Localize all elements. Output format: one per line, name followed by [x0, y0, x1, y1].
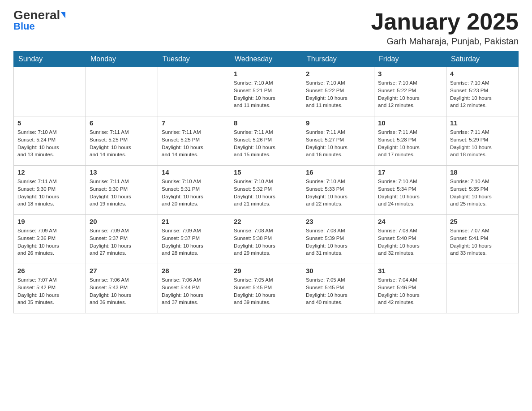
calendar-day-cell: 15Sunrise: 7:10 AMSunset: 5:32 PMDayligh… [230, 166, 302, 215]
day-info: Sunrise: 7:11 AMSunset: 5:27 PMDaylight:… [306, 128, 370, 158]
calendar-header-wednesday: Wednesday [230, 51, 302, 67]
calendar-day-cell: 7Sunrise: 7:11 AMSunset: 5:25 PMDaylight… [158, 116, 230, 166]
calendar-day-cell: 6Sunrise: 7:11 AMSunset: 5:25 PMDaylight… [86, 116, 158, 166]
day-info: Sunrise: 7:10 AMSunset: 5:32 PMDaylight:… [234, 178, 298, 208]
calendar-day-cell: 22Sunrise: 7:08 AMSunset: 5:38 PMDayligh… [230, 215, 302, 264]
day-number: 26 [17, 267, 82, 274]
calendar-day-cell: 21Sunrise: 7:09 AMSunset: 5:37 PMDayligh… [158, 215, 230, 264]
day-info: Sunrise: 7:10 AMSunset: 5:22 PMDaylight:… [306, 79, 370, 109]
day-number: 10 [378, 119, 442, 127]
calendar-day-cell: 16Sunrise: 7:10 AMSunset: 5:33 PMDayligh… [302, 166, 374, 215]
calendar-day-cell: 24Sunrise: 7:08 AMSunset: 5:40 PMDayligh… [374, 215, 446, 264]
calendar-day-cell [158, 67, 230, 116]
day-number: 20 [90, 218, 154, 225]
calendar-header-thursday: Thursday [302, 51, 374, 67]
calendar-week-row: 26Sunrise: 7:07 AMSunset: 5:42 PMDayligh… [14, 264, 519, 313]
day-info: Sunrise: 7:10 AMSunset: 5:21 PMDaylight:… [234, 79, 298, 109]
day-info: Sunrise: 7:09 AMSunset: 5:36 PMDaylight:… [17, 227, 82, 257]
calendar-day-cell: 4Sunrise: 7:10 AMSunset: 5:23 PMDaylight… [446, 67, 519, 116]
calendar-day-cell: 17Sunrise: 7:10 AMSunset: 5:34 PMDayligh… [374, 166, 446, 215]
day-info: Sunrise: 7:10 AMSunset: 5:33 PMDaylight:… [306, 178, 370, 208]
month-title: January 2025 [371, 9, 519, 34]
day-number: 1 [234, 70, 298, 77]
calendar-day-cell: 29Sunrise: 7:05 AMSunset: 5:45 PMDayligh… [230, 264, 302, 313]
day-info: Sunrise: 7:08 AMSunset: 5:39 PMDaylight:… [306, 227, 370, 257]
calendar-day-cell: 11Sunrise: 7:11 AMSunset: 5:29 PMDayligh… [446, 116, 519, 166]
calendar-header-tuesday: Tuesday [158, 51, 230, 67]
day-number: 7 [162, 119, 226, 127]
day-number: 16 [306, 168, 370, 176]
calendar-day-cell [14, 67, 86, 116]
page-header: General Blue January 2025 Garh Maharaja,… [13, 9, 519, 47]
day-number: 17 [378, 168, 442, 176]
calendar-day-cell: 20Sunrise: 7:09 AMSunset: 5:37 PMDayligh… [86, 215, 158, 264]
day-info: Sunrise: 7:10 AMSunset: 5:23 PMDaylight:… [450, 79, 515, 109]
calendar-header-monday: Monday [86, 51, 158, 67]
day-number: 24 [378, 218, 442, 225]
day-info: Sunrise: 7:10 AMSunset: 5:31 PMDaylight:… [162, 178, 226, 208]
calendar-day-cell: 3Sunrise: 7:10 AMSunset: 5:22 PMDaylight… [374, 67, 446, 116]
day-info: Sunrise: 7:08 AMSunset: 5:40 PMDaylight:… [378, 227, 442, 257]
day-number: 21 [162, 218, 226, 225]
calendar-day-cell [446, 264, 519, 313]
day-number: 30 [306, 267, 370, 274]
logo-arrow-icon [61, 12, 65, 18]
day-number: 8 [234, 119, 298, 127]
day-number: 15 [234, 168, 298, 176]
calendar-header-saturday: Saturday [446, 51, 519, 67]
day-number: 19 [17, 218, 82, 225]
calendar-header-row: SundayMondayTuesdayWednesdayThursdayFrid… [14, 51, 519, 67]
day-info: Sunrise: 7:11 AMSunset: 5:26 PMDaylight:… [234, 128, 298, 158]
calendar-table: SundayMondayTuesdayWednesdayThursdayFrid… [13, 51, 519, 313]
day-info: Sunrise: 7:04 AMSunset: 5:46 PMDaylight:… [378, 276, 442, 306]
calendar-day-cell: 10Sunrise: 7:11 AMSunset: 5:28 PMDayligh… [374, 116, 446, 166]
calendar-week-row: 12Sunrise: 7:11 AMSunset: 5:30 PMDayligh… [14, 166, 519, 215]
calendar-day-cell: 28Sunrise: 7:06 AMSunset: 5:44 PMDayligh… [158, 264, 230, 313]
day-number: 4 [450, 70, 515, 77]
calendar-day-cell: 25Sunrise: 7:07 AMSunset: 5:41 PMDayligh… [446, 215, 519, 264]
day-info: Sunrise: 7:11 AMSunset: 5:28 PMDaylight:… [378, 128, 442, 158]
day-number: 14 [162, 168, 226, 176]
calendar-day-cell: 14Sunrise: 7:10 AMSunset: 5:31 PMDayligh… [158, 166, 230, 215]
calendar-week-row: 19Sunrise: 7:09 AMSunset: 5:36 PMDayligh… [14, 215, 519, 264]
day-number: 13 [90, 168, 154, 176]
calendar-day-cell: 19Sunrise: 7:09 AMSunset: 5:36 PMDayligh… [14, 215, 86, 264]
calendar-day-cell: 23Sunrise: 7:08 AMSunset: 5:39 PMDayligh… [302, 215, 374, 264]
calendar-day-cell: 1Sunrise: 7:10 AMSunset: 5:21 PMDaylight… [230, 67, 302, 116]
day-info: Sunrise: 7:07 AMSunset: 5:41 PMDaylight:… [450, 227, 515, 257]
day-number: 31 [378, 267, 442, 274]
calendar-day-cell: 2Sunrise: 7:10 AMSunset: 5:22 PMDaylight… [302, 67, 374, 116]
logo-main-text: General [13, 9, 60, 21]
day-number: 9 [306, 119, 370, 127]
day-info: Sunrise: 7:11 AMSunset: 5:29 PMDaylight:… [450, 128, 515, 158]
day-info: Sunrise: 7:06 AMSunset: 5:44 PMDaylight:… [162, 276, 226, 306]
logo: General Blue [13, 9, 65, 32]
logo-sub-text: Blue [13, 21, 35, 32]
day-number: 12 [17, 168, 82, 176]
calendar-day-cell: 8Sunrise: 7:11 AMSunset: 5:26 PMDaylight… [230, 116, 302, 166]
calendar-day-cell [86, 67, 158, 116]
day-info: Sunrise: 7:09 AMSunset: 5:37 PMDaylight:… [162, 227, 226, 257]
day-info: Sunrise: 7:07 AMSunset: 5:42 PMDaylight:… [17, 276, 82, 306]
day-number: 29 [234, 267, 298, 274]
day-info: Sunrise: 7:05 AMSunset: 5:45 PMDaylight:… [306, 276, 370, 306]
day-number: 3 [378, 70, 442, 77]
calendar-day-cell: 5Sunrise: 7:10 AMSunset: 5:24 PMDaylight… [14, 116, 86, 166]
day-number: 25 [450, 218, 515, 225]
day-info: Sunrise: 7:05 AMSunset: 5:45 PMDaylight:… [234, 276, 298, 306]
location-text: Garh Maharaja, Punjab, Pakistan [371, 36, 519, 47]
day-number: 5 [17, 119, 82, 127]
day-info: Sunrise: 7:06 AMSunset: 5:43 PMDaylight:… [90, 276, 154, 306]
day-info: Sunrise: 7:10 AMSunset: 5:22 PMDaylight:… [378, 79, 442, 109]
calendar-day-cell: 9Sunrise: 7:11 AMSunset: 5:27 PMDaylight… [302, 116, 374, 166]
calendar-day-cell: 12Sunrise: 7:11 AMSunset: 5:30 PMDayligh… [14, 166, 86, 215]
calendar-day-cell: 18Sunrise: 7:10 AMSunset: 5:35 PMDayligh… [446, 166, 519, 215]
day-info: Sunrise: 7:10 AMSunset: 5:34 PMDaylight:… [378, 178, 442, 208]
day-number: 6 [90, 119, 154, 127]
day-number: 28 [162, 267, 226, 274]
day-info: Sunrise: 7:10 AMSunset: 5:35 PMDaylight:… [450, 178, 515, 208]
day-number: 22 [234, 218, 298, 225]
day-info: Sunrise: 7:11 AMSunset: 5:25 PMDaylight:… [90, 128, 154, 158]
day-info: Sunrise: 7:11 AMSunset: 5:25 PMDaylight:… [162, 128, 226, 158]
title-section: January 2025 Garh Maharaja, Punjab, Paki… [371, 9, 519, 47]
